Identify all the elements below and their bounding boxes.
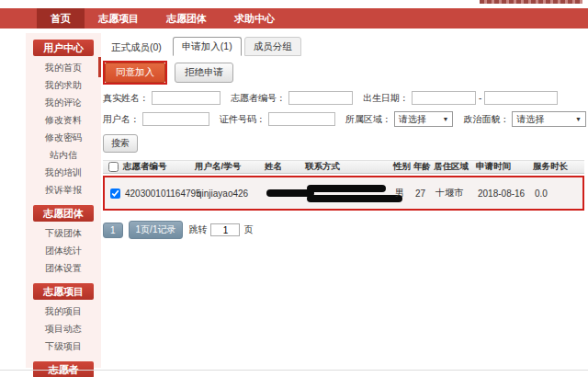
sidebar-item-my-training[interactable]: 我的培训 — [26, 164, 101, 181]
header-username: 用户名/学号 — [195, 161, 265, 173]
member-tabs: 正式成员(0) 申请加入(1) 成员分组 — [103, 37, 586, 56]
sidebar-section-groups: 志愿团体 — [33, 205, 94, 222]
chevron-down-icon: ▼ — [443, 116, 449, 122]
political-select-value: 请选择 — [516, 113, 544, 126]
sidebar-item-my-comments[interactable]: 我的评论 — [26, 94, 101, 111]
cell-service-hours: 0.0 — [535, 188, 582, 199]
reject-request-button[interactable]: 拒绝申请 — [175, 63, 233, 83]
members-table: 志愿者编号 用户名/学号 姓名 联系方式 性别 年龄 居住区域 申请时间 服务时… — [103, 160, 584, 211]
cell-volunteer-id: 420300101164795 — [125, 188, 197, 199]
volunteer-id-label: 志愿者编号： — [231, 92, 286, 105]
cell-contact — [307, 185, 395, 202]
sidebar-accent-mark — [98, 57, 101, 77]
nav-item-projects[interactable]: 志愿项目 — [85, 8, 153, 29]
header-gender: 性别 — [393, 161, 413, 173]
sidebar: 用户中心 我的首页 我的求助 我的评论 修改资料 修改密码 站内信 我的培训 投… — [26, 33, 101, 368]
jump-page-input[interactable] — [210, 223, 240, 236]
row-annotation-box: 420300101164795 qinjiayao426 男 27 十堰市 20… — [103, 176, 584, 211]
date-range-separator: - — [479, 93, 481, 103]
tab-join-requests[interactable]: 申请加入(1) — [173, 37, 242, 56]
action-buttons: 同意加入 拒绝申请 — [103, 61, 586, 85]
page-1-button[interactable]: 1 — [103, 223, 123, 238]
birth-date-from-input[interactable] — [412, 91, 476, 105]
sidebar-item-edit-profile[interactable]: 修改资料 — [26, 111, 101, 129]
username-input[interactable] — [142, 112, 209, 126]
username-label: 用户名： — [103, 113, 140, 126]
nav-item-groups[interactable]: 志愿团体 — [153, 8, 220, 29]
cell-username: qinjiayao426 — [197, 188, 266, 199]
approve-join-button[interactable]: 同意加入 — [105, 63, 165, 83]
volunteer-id-input[interactable] — [288, 91, 353, 105]
cell-gender: 男 — [395, 187, 415, 200]
region-label: 所属区域： — [345, 113, 391, 126]
chevron-down-icon: ▼ — [575, 116, 582, 122]
select-all-checkbox[interactable] — [108, 162, 119, 172]
nav-item-home[interactable]: 首页 — [37, 8, 85, 29]
sidebar-section-user-center: 用户中心 — [33, 40, 94, 56]
header-name: 姓名 — [265, 161, 305, 173]
sidebar-item-sub-groups[interactable]: 下级团体 — [26, 224, 101, 242]
id-number-label: 证件号码： — [220, 113, 266, 126]
cell-region: 十堰市 — [435, 187, 478, 200]
political-status-label: 政治面貌： — [463, 113, 509, 126]
table-row: 420300101164795 qinjiayao426 男 27 十堰市 20… — [105, 177, 582, 209]
redacted-contact-line1 — [307, 185, 386, 192]
header-region: 居住区域 — [434, 161, 476, 173]
sidebar-section-projects: 志愿项目 — [33, 283, 94, 300]
filter-row-1: 真实姓名： 志愿者编号： 出生日期： - — [103, 91, 586, 105]
cell-apply-date: 2018-08-16 — [478, 188, 535, 199]
approve-annotation-box: 同意加入 — [103, 61, 167, 85]
sidebar-item-sub-projects[interactable]: 下级项目 — [26, 337, 101, 355]
page-summary-button[interactable]: 1页/1记录 — [129, 221, 184, 239]
sidebar-item-my-home[interactable]: 我的首页 — [26, 59, 101, 76]
header-apply-date: 申请时间 — [476, 161, 533, 173]
header-service-hours: 服务时长 — [533, 161, 581, 173]
page-unit-label: 页 — [243, 223, 253, 236]
tab-official-members[interactable]: 正式成员(0) — [103, 39, 170, 56]
header-contact: 联系方式 — [305, 161, 393, 173]
search-button[interactable]: 搜索 — [103, 134, 138, 153]
cell-name — [266, 189, 307, 197]
sidebar-item-group-settings[interactable]: 团体设置 — [26, 259, 101, 277]
real-name-label: 真实姓名： — [103, 92, 149, 105]
sidebar-item-group-stats[interactable]: 团体统计 — [26, 242, 101, 259]
cropped-browser-text — [480, 0, 582, 4]
jump-label: 跳转 — [188, 223, 207, 236]
real-name-input[interactable] — [152, 91, 220, 105]
sidebar-item-messages[interactable]: 站内信 — [26, 146, 101, 164]
sidebar-item-my-projects[interactable]: 我的项目 — [26, 303, 101, 320]
id-number-input[interactable] — [268, 112, 335, 126]
political-status-select[interactable]: 请选择 ▼ — [512, 111, 586, 127]
cell-age: 27 — [415, 188, 435, 199]
pagination: 1 1页/1记录 跳转 页 — [103, 221, 586, 239]
header-age: 年龄 — [413, 161, 434, 173]
sidebar-item-change-password[interactable]: 修改密码 — [26, 129, 101, 146]
nav-item-help-center[interactable]: 求助中心 — [220, 8, 288, 29]
birth-date-label: 出生日期： — [363, 92, 409, 105]
main-content: 正式成员(0) 申请加入(1) 成员分组 同意加入 拒绝申请 真实姓名： 志愿者… — [103, 37, 586, 239]
filter-row-2: 用户名： 证件号码： 所属区域： 请选择 ▼ 政治面貌： 请选择 ▼ — [103, 111, 586, 127]
tab-member-groups[interactable]: 成员分组 — [244, 37, 301, 56]
top-navigation: 首页 志愿项目 志愿团体 求助中心 — [0, 8, 588, 29]
birth-date-to-input[interactable] — [484, 91, 558, 105]
redacted-contact-line2 — [307, 195, 402, 202]
header-volunteer-id: 志愿者编号 — [123, 161, 195, 173]
row-checkbox[interactable] — [110, 188, 120, 199]
table-header-row: 志愿者编号 用户名/学号 姓名 联系方式 性别 年龄 居住区域 申请时间 服务时… — [103, 160, 584, 174]
bottom-divider — [0, 370, 588, 371]
region-select-value: 请选择 — [399, 113, 426, 126]
sidebar-item-project-news[interactable]: 项目动态 — [26, 320, 101, 337]
sidebar-item-my-help[interactable]: 我的求助 — [26, 76, 101, 94]
region-select[interactable]: 请选择 ▼ — [394, 111, 453, 127]
sidebar-item-complaints[interactable]: 投诉举报 — [26, 181, 101, 199]
